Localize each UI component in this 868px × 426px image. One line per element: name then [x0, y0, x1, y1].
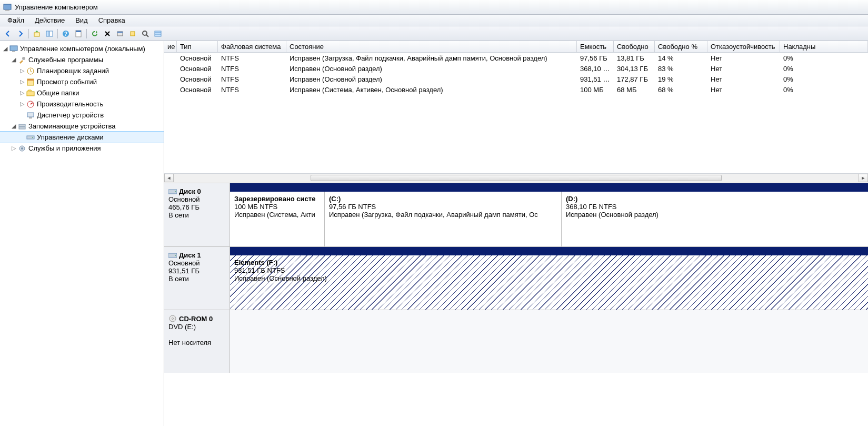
delete-button[interactable] [102, 28, 113, 39]
svg-rect-0 [4, 4, 11, 9]
properties-button[interactable] [73, 28, 84, 39]
tools-icon [18, 56, 26, 64]
device-icon [26, 111, 35, 120]
col-header-capacity[interactable]: Емкость [577, 41, 614, 52]
computer-icon [9, 45, 18, 53]
svg-point-12 [143, 31, 147, 35]
folder-share-icon [26, 89, 35, 97]
col-header[interactable]: ие [164, 41, 177, 52]
allocation-bar [230, 183, 868, 192]
twist-icon[interactable] [11, 123, 17, 130]
tree-disk-management[interactable]: Управление дисками [0, 132, 164, 143]
svg-rect-10 [117, 32, 123, 33]
back-button[interactable] [2, 28, 14, 39]
twist-icon[interactable] [19, 90, 25, 96]
horizontal-scrollbar[interactable]: ◄ ► [164, 173, 868, 183]
svg-rect-20 [27, 92, 34, 96]
col-header-overhead[interactable]: Накладны [780, 41, 868, 52]
grid-header: ие Тип Файловая система Состояние Емкост… [164, 41, 868, 53]
svg-point-29 [21, 147, 23, 150]
col-header-free-pct[interactable]: Свободно % [655, 41, 707, 52]
tree-storage[interactable]: Запоминающие устройства [0, 121, 164, 132]
scroll-thumb[interactable] [311, 175, 722, 181]
volume-row[interactable]: ОсновнойNTFSИсправен (Основной раздел)36… [164, 63, 868, 74]
storage-icon [18, 122, 26, 131]
menu-action[interactable]: Действие [29, 15, 70, 25]
col-header-type[interactable]: Тип [177, 41, 218, 52]
volume-row[interactable]: ОсновнойNTFSИсправен (Основной раздел)93… [164, 74, 868, 84]
title-bar: Управление компьютером [0, 0, 868, 15]
disk-header[interactable]: Диск 1Основной931,51 ГБВ сети [164, 247, 230, 310]
tree-event-viewer[interactable]: Просмотр событий [0, 76, 164, 87]
disk-header[interactable]: CD-ROM 0DVD (E:) Нет носителя [164, 310, 230, 373]
tree-system-tools[interactable]: Служебные программы [0, 54, 164, 65]
empty-media [230, 310, 868, 373]
svg-rect-2 [34, 33, 39, 36]
forward-button[interactable] [15, 28, 26, 39]
svg-point-31 [175, 191, 176, 192]
twist-icon[interactable] [19, 101, 25, 107]
twist-icon[interactable] [11, 145, 17, 152]
event-icon [26, 78, 35, 86]
list-button[interactable] [152, 28, 164, 39]
scroll-left-button[interactable]: ◄ [164, 174, 174, 182]
services-icon [18, 144, 26, 153]
menu-help[interactable]: Справка [93, 15, 131, 25]
help-button[interactable]: ? [60, 28, 72, 39]
grid-body[interactable]: ОсновнойNTFSИсправен (Загрузка, Файл под… [164, 53, 868, 95]
cdrom-row: CD-ROM 0DVD (E:) Нет носителя [164, 310, 868, 373]
svg-rect-25 [19, 127, 25, 129]
col-header-fs[interactable]: Файловая система [218, 41, 286, 52]
toolbar: ? [0, 26, 868, 41]
svg-point-33 [175, 255, 176, 256]
svg-rect-13 [155, 31, 161, 36]
tree-shared-folders[interactable]: Общие папки [0, 87, 164, 98]
svg-rect-22 [27, 113, 34, 117]
tree-root[interactable]: Управление компьютером (локальным) [0, 43, 164, 54]
show-hide-tree-button[interactable] [44, 28, 55, 39]
svg-rect-11 [131, 32, 135, 36]
disk-row: Диск 0Основной465,76 ГБВ сетиЗарезервиро… [164, 183, 868, 246]
svg-rect-24 [19, 124, 25, 126]
svg-rect-19 [27, 79, 34, 81]
window-title: Управление компьютером [15, 3, 98, 11]
scroll-right-button[interactable]: ► [859, 174, 868, 182]
twist-icon[interactable] [11, 56, 17, 63]
svg-rect-14 [10, 46, 17, 51]
allocation-bar [230, 247, 868, 255]
tree-performance[interactable]: Производительность [0, 98, 164, 110]
menu-bar: Файл Действие Вид Справка [0, 15, 868, 26]
twist-icon[interactable] [19, 67, 25, 74]
col-header-fault[interactable]: Отказоустойчивость [707, 41, 780, 52]
tree-services-apps[interactable]: Службы и приложения [0, 143, 164, 154]
svg-rect-4 [49, 31, 53, 36]
tree-device-manager[interactable]: Диспетчер устройств [0, 110, 164, 121]
menu-view[interactable]: Вид [70, 15, 93, 25]
action-button[interactable] [127, 28, 138, 39]
svg-point-27 [32, 137, 33, 138]
partition[interactable]: (D:)368,10 ГБ NTFSИсправен (Основной раз… [562, 192, 867, 246]
twist-icon[interactable] [19, 78, 25, 85]
find-button[interactable] [139, 28, 151, 39]
tree-task-scheduler[interactable]: Планировщик заданий [0, 65, 164, 76]
svg-rect-23 [29, 117, 32, 118]
disk-row: Диск 1Основной931,51 ГБВ сетиElements (F… [164, 246, 868, 310]
disk-header[interactable]: Диск 0Основной465,76 ГБВ сети [164, 183, 230, 246]
menu-file[interactable]: Файл [2, 15, 29, 25]
partition[interactable]: Зарезервировано систе100 МБ NTFSИсправен… [230, 192, 325, 246]
volume-row[interactable]: ОсновнойNTFSИсправен (Загрузка, Файл под… [164, 53, 868, 63]
col-header-state[interactable]: Состояние [286, 41, 577, 52]
refresh-button[interactable] [89, 28, 101, 39]
twist-icon[interactable] [2, 45, 8, 52]
partition[interactable]: (C:)97,56 ГБ NTFSИсправен (Загрузка, Фай… [325, 192, 562, 246]
up-button[interactable] [31, 28, 43, 39]
settings-button[interactable] [114, 28, 126, 39]
svg-rect-1 [5, 10, 9, 11]
volume-list: ие Тип Файловая система Состояние Емкост… [164, 41, 868, 183]
clock-icon [26, 67, 35, 75]
partition[interactable]: Elements (F:)931,51 ГБ NTFSИсправен (Осн… [230, 255, 868, 310]
svg-rect-8 [76, 31, 81, 32]
col-header-free[interactable]: Свободно [614, 41, 655, 52]
volume-row[interactable]: ОсновнойNTFSИсправен (Система, Активен, … [164, 84, 868, 95]
navigation-tree[interactable]: Управление компьютером (локальным) Служе… [0, 41, 164, 426]
